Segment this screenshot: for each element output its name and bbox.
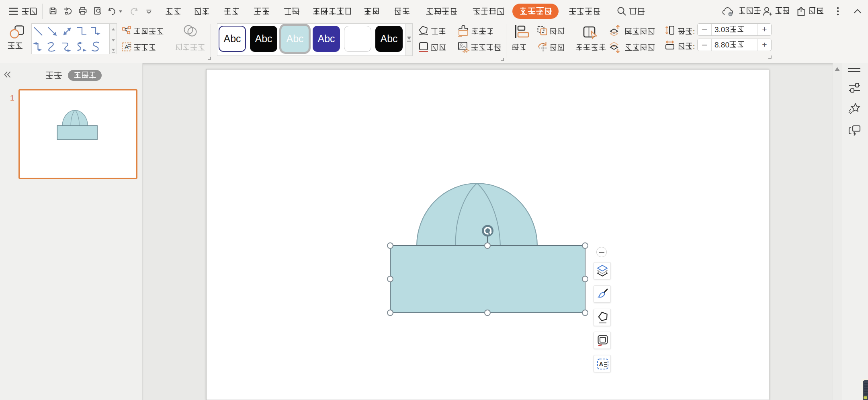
svg-text:A: A xyxy=(125,43,129,50)
svg-text:A: A xyxy=(599,361,604,367)
